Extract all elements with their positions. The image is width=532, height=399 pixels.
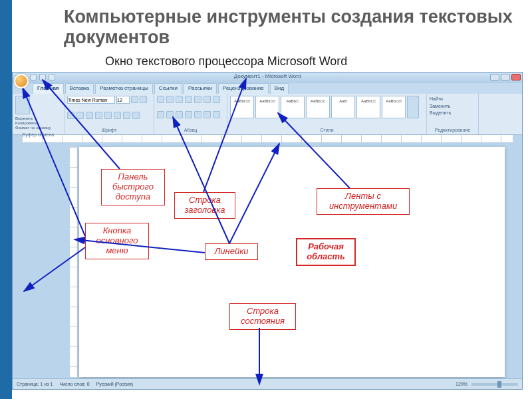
font-size-input[interactable] (116, 96, 130, 104)
callout-office-button: Кнопка основного меню (85, 223, 149, 259)
tab-mailings[interactable]: Рассылки (184, 83, 217, 94)
save-icon[interactable] (30, 74, 37, 80)
shrink-font-icon[interactable] (140, 96, 147, 103)
style-button[interactable]: AaBbCc (306, 96, 330, 118)
ribbon-tabs: Главная Вставка Разметка страницы Ссылки… (13, 83, 522, 94)
font-name-input[interactable] (67, 96, 115, 104)
group-editing: Найти Заменить Выделить Редактирование (427, 94, 479, 134)
callout-statusbar: Строка состояния (229, 303, 296, 330)
status-zoom: 129% (456, 382, 467, 386)
group-label-font: Шрифт (67, 128, 151, 132)
highlight-icon[interactable] (123, 112, 130, 119)
tab-view[interactable]: Вид (270, 83, 289, 94)
group-paragraph: Абзац (154, 94, 227, 134)
sort-icon[interactable] (203, 96, 211, 103)
tab-review[interactable]: Рецензирование (218, 83, 269, 94)
bullets-icon[interactable] (157, 96, 164, 103)
numbering-icon[interactable] (166, 96, 174, 103)
underline-icon[interactable] (86, 112, 93, 119)
ribbon: Вырезать Копировать Формат по образцу Бу… (13, 94, 522, 135)
format-label: Формат по образцу (15, 126, 51, 130)
paste-icon[interactable] (15, 96, 30, 114)
page-title: Компьютерные инструменты создания тексто… (64, 7, 516, 48)
status-language: Русский (Россия) (96, 382, 134, 386)
indent-dec-icon[interactable] (185, 96, 192, 103)
page-subtitle: Окно текстового процессора Microsoft Wor… (105, 55, 347, 68)
replace-label[interactable]: Заменить (430, 103, 475, 110)
callout-rulers: Линейки (205, 243, 258, 260)
borders-icon[interactable] (213, 111, 220, 118)
group-font: Шрифт (65, 94, 154, 134)
strike-icon[interactable] (95, 112, 102, 119)
vertical-ruler[interactable] (70, 147, 78, 377)
minimize-button[interactable] (490, 74, 499, 80)
superscript-icon[interactable] (114, 112, 121, 119)
callout-qat: Панель быстрого доступа (101, 169, 165, 205)
status-page: Страница: 1 из 1 (17, 382, 53, 386)
cut-label: Вырезать (15, 116, 51, 121)
callout-workarea: Рабочая область (296, 238, 356, 266)
redo-icon[interactable] (49, 74, 55, 80)
group-label-paragraph: Абзац (157, 128, 224, 132)
window-title-text: Документ1 - Microsoft Word (234, 73, 301, 79)
style-button[interactable]: AaBbC (281, 96, 305, 118)
slide-accent-bar (0, 0, 12, 399)
line-spacing-icon[interactable] (194, 111, 201, 118)
pilcrow-icon[interactable] (213, 96, 220, 103)
shading-icon[interactable] (203, 111, 211, 118)
justify-icon[interactable] (185, 111, 192, 118)
tab-insert[interactable]: Вставка (65, 83, 94, 94)
office-button-icon[interactable] (14, 74, 29, 88)
tab-references[interactable]: Ссылки (154, 83, 182, 94)
close-button[interactable] (511, 74, 521, 80)
style-button[interactable]: AaBbCcI (230, 96, 254, 118)
italic-icon[interactable] (76, 112, 84, 119)
status-words: Число слов: 0 (59, 382, 89, 386)
copy-label: Копировать (15, 121, 51, 126)
align-right-icon[interactable] (176, 111, 183, 118)
zoom-slider[interactable] (471, 383, 518, 386)
align-center-icon[interactable] (166, 111, 174, 118)
align-left-icon[interactable] (157, 111, 164, 118)
style-button[interactable]: АаВ (331, 96, 355, 118)
font-color-icon[interactable] (132, 112, 140, 119)
bold-icon[interactable] (67, 112, 74, 119)
window-titlebar: Документ1 - Microsoft Word (13, 72, 522, 83)
group-clipboard: Вырезать Копировать Формат по образцу Бу… (13, 94, 65, 134)
callout-titlebar: Строка заголовка (174, 192, 235, 219)
change-styles-icon[interactable] (407, 96, 419, 118)
select-label[interactable]: Выделить (430, 110, 475, 117)
tab-home[interactable]: Главная (33, 83, 64, 94)
group-styles: AaBbCcI AaBbCcI AaBbC AaBbCc АаВ AaBbCc … (227, 94, 427, 134)
style-button[interactable]: AaBbCc (356, 96, 380, 118)
group-label-editing: Редактирование (430, 128, 475, 132)
style-button[interactable]: AaBbCcI (382, 96, 406, 118)
callout-ribbon: Ленты с инструментами (317, 188, 410, 215)
find-label[interactable]: Найти (430, 96, 475, 103)
tab-layout[interactable]: Разметка страницы (95, 83, 153, 94)
grow-font-icon[interactable] (131, 96, 138, 103)
indent-inc-icon[interactable] (194, 96, 201, 103)
horizontal-ruler[interactable] (22, 135, 513, 143)
maximize-button[interactable] (501, 74, 510, 80)
style-button[interactable]: AaBbCcI (255, 96, 279, 118)
subscript-icon[interactable] (104, 112, 112, 119)
group-label-clipboard: Буфер обмена (15, 132, 61, 137)
quick-access-toolbar[interactable] (30, 74, 55, 80)
undo-icon[interactable] (39, 74, 46, 80)
group-label-styles: Стили (230, 128, 424, 132)
status-bar: Страница: 1 из 1 Число слов: 0 Русский (… (13, 378, 522, 389)
multilevel-icon[interactable] (176, 96, 183, 103)
